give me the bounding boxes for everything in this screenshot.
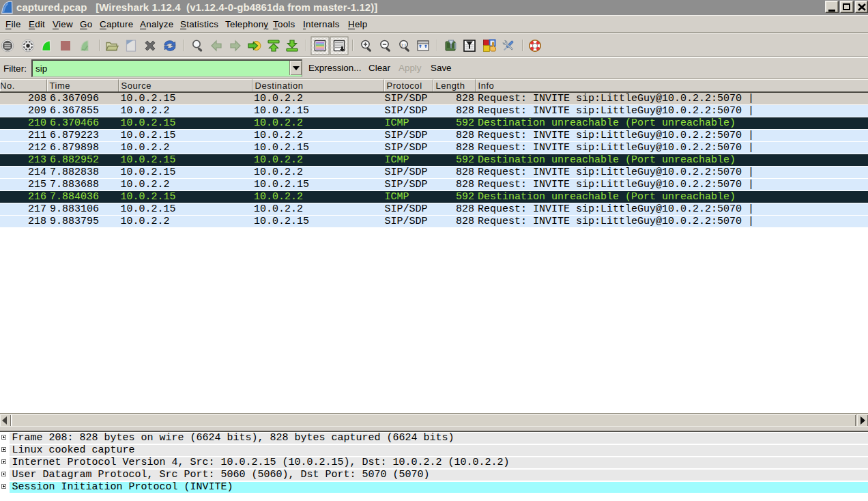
svg-text:1:1: 1:1 (401, 43, 407, 47)
